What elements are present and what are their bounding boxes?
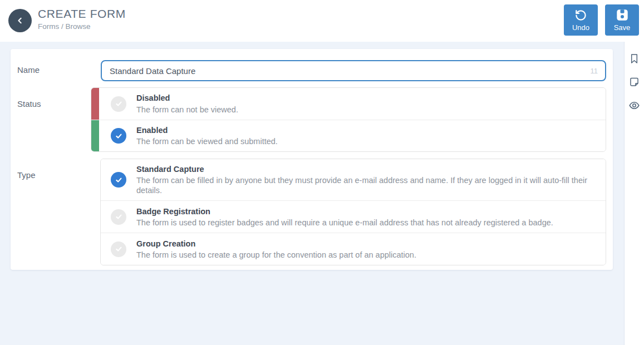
radio-check-icon — [111, 96, 126, 112]
save-button[interactable]: Save — [605, 4, 639, 36]
name-input[interactable] — [101, 60, 606, 81]
type-option-badge-registration[interactable]: Badge Registration The form is used to r… — [101, 200, 606, 233]
save-icon — [616, 8, 629, 22]
radio-check-icon — [111, 241, 126, 257]
option-description: The form is used to create a group for t… — [136, 250, 416, 260]
right-toolbar — [624, 42, 644, 345]
eye-icon[interactable] — [628, 100, 640, 111]
breadcrumb: Forms / Browse — [38, 22, 91, 31]
create-form-card: Name 11 Status Disabled The form can not… — [11, 49, 613, 270]
undo-icon — [574, 9, 587, 22]
option-description: The form is used to register badges and … — [136, 218, 553, 228]
type-option-group-creation[interactable]: Group Creation The form is used to creat… — [101, 233, 606, 265]
option-description: The form can be viewed and submitted. — [136, 136, 278, 146]
name-field-label: Name — [17, 65, 40, 75]
option-description: The form can not be viewed. — [136, 105, 238, 115]
type-option-standard-capture[interactable]: Standard Capture The form can be filled … — [101, 159, 606, 200]
option-title: Badge Registration — [136, 206, 553, 216]
undo-button-label: Undo — [572, 23, 589, 32]
option-title: Disabled — [136, 93, 238, 103]
name-field-wrap: 11 — [101, 60, 606, 81]
radio-check-icon — [111, 172, 126, 188]
option-title: Standard Capture — [136, 164, 590, 174]
back-button[interactable] — [8, 9, 32, 32]
bookmark-icon[interactable] — [628, 53, 640, 65]
page-title: CREATE FORM — [38, 7, 126, 21]
status-field-label: Status — [17, 99, 41, 109]
radio-check-icon — [111, 128, 126, 144]
note-icon[interactable] — [628, 76, 640, 88]
option-description: The form can be filled in by anyone but … — [136, 175, 590, 195]
undo-button[interactable]: Undo — [564, 4, 598, 36]
status-option-enabled[interactable]: Enabled The form can be viewed and submi… — [91, 120, 606, 151]
type-field-label: Type — [17, 170, 36, 180]
status-option-group: Disabled The form can not be viewed. Ena… — [91, 87, 606, 152]
type-option-group: Standard Capture The form can be filled … — [100, 159, 606, 265]
save-button-label: Save — [614, 23, 631, 32]
back-chevron-icon — [14, 15, 26, 26]
radio-check-icon — [111, 209, 126, 225]
header: CREATE FORM Forms / Browse Undo Save — [0, 0, 644, 42]
status-option-disabled[interactable]: Disabled The form can not be viewed. — [91, 88, 606, 120]
status-enabled-accent-bar — [91, 120, 99, 151]
option-title: Group Creation — [136, 239, 416, 249]
option-title: Enabled — [136, 125, 278, 135]
status-disabled-accent-bar — [91, 88, 99, 120]
